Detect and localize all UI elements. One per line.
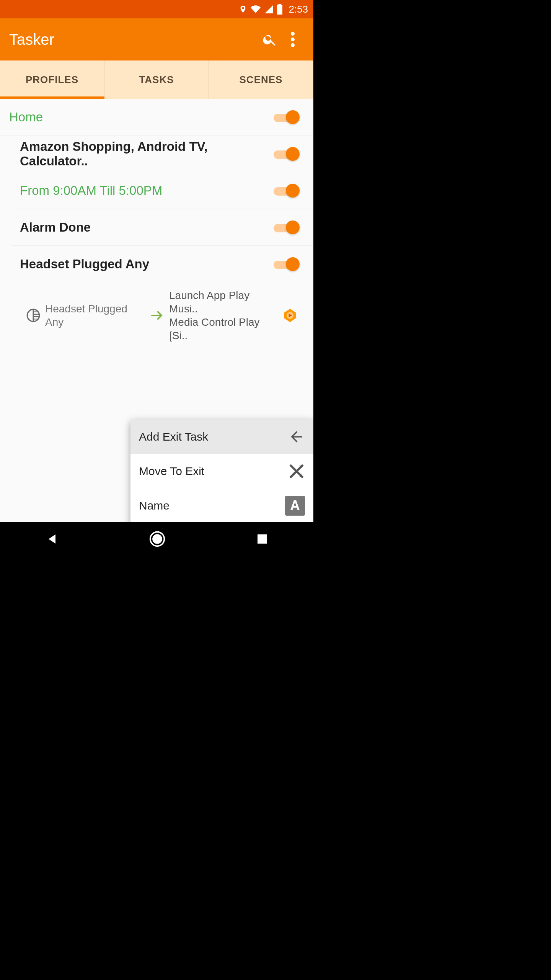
- context-menu: Add Exit Task Move To Exit Name A Select…: [130, 420, 313, 522]
- shuffle-icon: [288, 463, 305, 480]
- overflow-menu-button[interactable]: [281, 28, 304, 51]
- search-button[interactable]: [258, 28, 281, 51]
- profile-detail[interactable]: Headset Plugged Any Launch App Play Musi…: [11, 283, 313, 350]
- profile-toggle[interactable]: [274, 147, 298, 161]
- profile-list: Home Amazon Shopping, Android TV, Calcul…: [0, 99, 313, 522]
- detail-task-line1: Launch App Play Musi..: [169, 289, 279, 315]
- profile-label: Home: [5, 110, 274, 124]
- profile-label: Amazon Shopping, Android TV, Calculator.…: [15, 139, 274, 168]
- profile-row[interactable]: From 9:00AM Till 5:00PM: [11, 172, 313, 209]
- more-vert-icon: [291, 32, 295, 47]
- search-icon: [262, 32, 277, 47]
- menu-name[interactable]: Name A: [130, 488, 313, 522]
- svg-point-2: [291, 43, 295, 47]
- profile-toggle[interactable]: [274, 257, 298, 271]
- menu-label: Add Exit Task: [139, 430, 288, 443]
- profile-row[interactable]: Amazon Shopping, Android TV, Calculator.…: [11, 136, 313, 172]
- svg-point-12: [153, 534, 163, 544]
- status-time: 2:53: [289, 3, 308, 15]
- profile-row[interactable]: Alarm Done: [11, 209, 313, 246]
- nav-recents-button[interactable]: [256, 533, 268, 547]
- tab-bar: PROFILES TASKS SCENES: [0, 60, 313, 99]
- menu-move-to-exit[interactable]: Move To Exit: [130, 454, 313, 488]
- app-title: Tasker: [9, 31, 258, 48]
- detail-task: Launch App Play Musi.. Media Control Pla…: [169, 289, 279, 342]
- letter-a-icon: A: [285, 496, 305, 516]
- state-icon: [26, 308, 41, 323]
- profile-toggle[interactable]: [274, 184, 298, 198]
- menu-label: Name: [139, 499, 285, 512]
- detail-context: Headset Plugged Any: [45, 302, 145, 329]
- profile-label: Alarm Done: [15, 220, 274, 235]
- system-nav-bar: [0, 522, 313, 557]
- app-bar: Tasker: [0, 18, 313, 60]
- profile-toggle[interactable]: [274, 110, 298, 124]
- nav-back-button[interactable]: [45, 532, 59, 547]
- play-music-icon: [282, 307, 298, 323]
- tab-tasks[interactable]: TASKS: [104, 60, 209, 99]
- svg-rect-13: [258, 534, 267, 544]
- battery-icon: [276, 4, 283, 15]
- profile-label: Headset Plugged Any: [15, 257, 274, 271]
- profile-row[interactable]: Home: [0, 99, 313, 136]
- profile-row[interactable]: Headset Plugged Any: [11, 246, 313, 283]
- menu-add-exit-task[interactable]: Add Exit Task: [130, 420, 313, 454]
- detail-task-line2: Media Control Play [Si..: [169, 315, 279, 342]
- status-bar: 2:53: [0, 0, 313, 18]
- cell-signal-icon: [264, 4, 274, 14]
- nav-home-button[interactable]: [149, 531, 166, 549]
- svg-point-1: [291, 38, 295, 41]
- profile-toggle[interactable]: [274, 220, 298, 234]
- profile-label: From 9:00AM Till 5:00PM: [15, 183, 274, 198]
- tab-scenes[interactable]: SCENES: [209, 60, 313, 99]
- location-icon: [239, 3, 247, 15]
- wifi-icon: [249, 4, 262, 14]
- tab-profiles[interactable]: PROFILES: [0, 60, 104, 99]
- home-circle-icon: [149, 531, 166, 547]
- svg-point-0: [291, 32, 295, 36]
- arrow-right-icon: [148, 307, 165, 324]
- back-triangle-icon: [45, 532, 59, 546]
- arrow-left-icon: [288, 428, 305, 445]
- menu-label: Move To Exit: [139, 465, 288, 478]
- recents-square-icon: [256, 533, 268, 545]
